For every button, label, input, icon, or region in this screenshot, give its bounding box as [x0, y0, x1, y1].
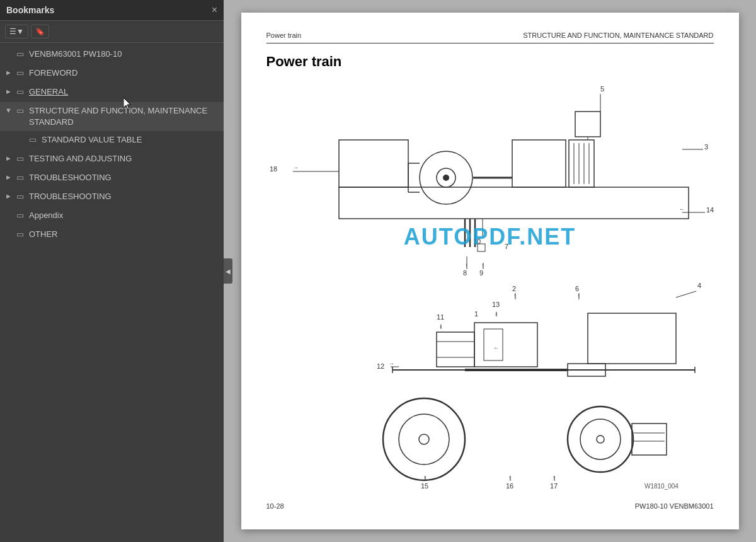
bookmark-label: TROUBLESHOOTING	[29, 172, 219, 183]
bookmark-icon: ▭	[16, 173, 25, 182]
main-content: Power train STRUCTURE AND FUNCTION, MAIN…	[224, 0, 756, 542]
bookmark-item-standard-value[interactable]: ▭ STANDARD VALUE TABLE	[0, 131, 224, 150]
bookmark-icon: ▭	[16, 68, 25, 78]
svg-text:13: 13	[492, 301, 500, 308]
svg-text:W1810_004: W1810_004	[644, 483, 679, 490]
svg-text:↑: ↑	[465, 262, 468, 268]
bookmark-item-troubleshooting1[interactable]: ► ▭ TROUBLESHOOTING	[0, 169, 224, 188]
page-header: Power train STRUCTURE AND FUNCTION, MAIN…	[266, 32, 714, 43]
bookmark-item-foreword[interactable]: ► ▭ FOREWORD	[0, 64, 224, 83]
bookmark-label: STRUCTURE AND FUNCTION, MAINTENANCE STAN…	[29, 105, 219, 128]
expand-arrow	[5, 50, 13, 57]
expand-arrow: ►	[5, 154, 13, 162]
svg-rect-18	[575, 112, 600, 137]
bookmark-item-general[interactable]: ► ▭ GENERAL	[0, 83, 224, 102]
svg-point-75	[597, 435, 604, 443]
bookmark-item-testing[interactable]: ► ▭ TESTING AND ADJUSTING	[0, 150, 224, 169]
bookmark-icon: ▭	[16, 154, 25, 163]
svg-rect-78	[632, 424, 667, 455]
svg-text:↑: ↑	[423, 475, 427, 481]
svg-text:7: 7	[505, 243, 508, 250]
expand-arrow: ►	[5, 192, 13, 200]
page-footer-right: PW180-10 VENBM63001	[635, 502, 714, 510]
svg-point-71	[399, 414, 449, 464]
bookmark-label: FOREWORD	[29, 67, 219, 79]
svg-text:↓: ↓	[495, 310, 498, 316]
page-footer-left: 10-28	[266, 502, 284, 510]
diagram-area: 5 3 18 →	[266, 80, 714, 492]
collapse-panel-handle[interactable]: ◀	[224, 258, 232, 284]
svg-text:↑: ↑	[577, 292, 580, 299]
sidebar-title: Bookmarks	[6, 5, 54, 15]
bookmark-label: TESTING AND ADJUSTING	[29, 153, 219, 164]
bookmark-item-root[interactable]: ▭ VENBM63001 PW180-10	[0, 45, 224, 64]
svg-rect-13	[569, 140, 594, 187]
svg-text:5: 5	[600, 85, 604, 93]
svg-text:17: 17	[550, 482, 558, 490]
expand-arrow: ▼	[5, 107, 13, 114]
svg-point-72	[419, 434, 429, 444]
svg-line-42	[676, 291, 696, 297]
svg-text:↑: ↑	[513, 292, 517, 299]
svg-text:↑: ↑	[553, 475, 556, 481]
bookmark-icon: ▭	[16, 49, 25, 59]
page-container: Power train STRUCTURE AND FUNCTION, MAIN…	[241, 13, 739, 529]
bookmark-label: STANDARD VALUE TABLE	[42, 134, 219, 146]
svg-text:16: 16	[506, 482, 513, 490]
page-footer: 10-28 PW180-10 VENBM63001	[266, 500, 714, 510]
svg-point-73	[568, 407, 633, 472]
bookmark-icon: ▭	[16, 87, 25, 96]
svg-text:←: ←	[493, 345, 499, 351]
diagram-svg: 5 3 18 →	[266, 80, 714, 490]
doc-title: Power train	[266, 54, 714, 70]
bookmark-item-other[interactable]: ▭ OTHER	[0, 226, 224, 245]
sidebar: Bookmarks × ☰▼ 🔖 ▭ VENBM63001 PW180-10 ►…	[0, 0, 224, 542]
expand-arrow	[5, 211, 13, 219]
bookmark-icon: ▭	[16, 229, 25, 239]
svg-text:↓: ↓	[439, 323, 442, 329]
bookmark-label: VENBM63001 PW180-10	[29, 49, 219, 60]
view-icon: ☰▼	[9, 27, 24, 36]
svg-rect-31	[339, 187, 689, 219]
view-options-button[interactable]: ☰▼	[5, 25, 28, 38]
svg-text:←: ←	[679, 206, 685, 212]
svg-point-11	[443, 175, 449, 181]
svg-rect-56	[437, 332, 474, 367]
bookmark-icon: ▭	[16, 106, 25, 115]
bookmark-icon: ▭	[16, 210, 25, 220]
sidebar-close-button[interactable]: ×	[212, 5, 217, 15]
svg-text:3: 3	[704, 143, 708, 151]
bookmark-icon: ▭	[16, 192, 25, 201]
expand-arrow	[18, 136, 25, 143]
bookmark-item-appendix[interactable]: ▭ Appendix	[0, 207, 224, 226]
svg-text:14: 14	[706, 206, 714, 214]
svg-point-74	[580, 419, 621, 459]
svg-text:↑: ↑	[481, 262, 484, 268]
expand-arrow	[5, 230, 13, 238]
svg-text:4: 4	[697, 282, 701, 289]
bookmark-button[interactable]: 🔖	[31, 25, 49, 38]
expand-arrow: ►	[5, 88, 13, 95]
svg-point-70	[383, 398, 465, 480]
page-header-left: Power train	[266, 32, 302, 39]
bookmark-item-structure[interactable]: ▼ ▭ STRUCTURE AND FUNCTION, MAINTENANCE …	[0, 102, 224, 131]
svg-rect-62	[588, 313, 676, 364]
bookmark-label: OTHER	[29, 229, 219, 240]
sidebar-header: Bookmarks ×	[0, 0, 224, 21]
page-header-right: STRUCTURE AND FUNCTION, MAINTENANCE STAN…	[523, 32, 713, 39]
svg-text:15: 15	[421, 482, 428, 490]
bookmark-list: ▭ VENBM63001 PW180-10 ► ▭ FOREWORD ► ▭ G…	[0, 43, 224, 542]
expand-arrow: ►	[5, 69, 13, 76]
svg-text:6: 6	[575, 285, 579, 292]
svg-text:8: 8	[463, 269, 467, 277]
svg-text:9: 9	[479, 269, 483, 277]
bookmark-icon: 🔖	[35, 27, 45, 36]
bookmark-label: Appendix	[29, 210, 219, 221]
bookmark-item-troubleshooting2[interactable]: ► ▭ TROUBLESHOOTING	[0, 188, 224, 207]
svg-rect-8	[339, 140, 408, 187]
svg-text:2: 2	[512, 285, 516, 292]
svg-text:→: →	[389, 360, 394, 367]
svg-text:↑: ↑	[508, 475, 512, 481]
bookmark-label: GENERAL	[29, 86, 219, 98]
svg-text:→: →	[293, 164, 299, 171]
